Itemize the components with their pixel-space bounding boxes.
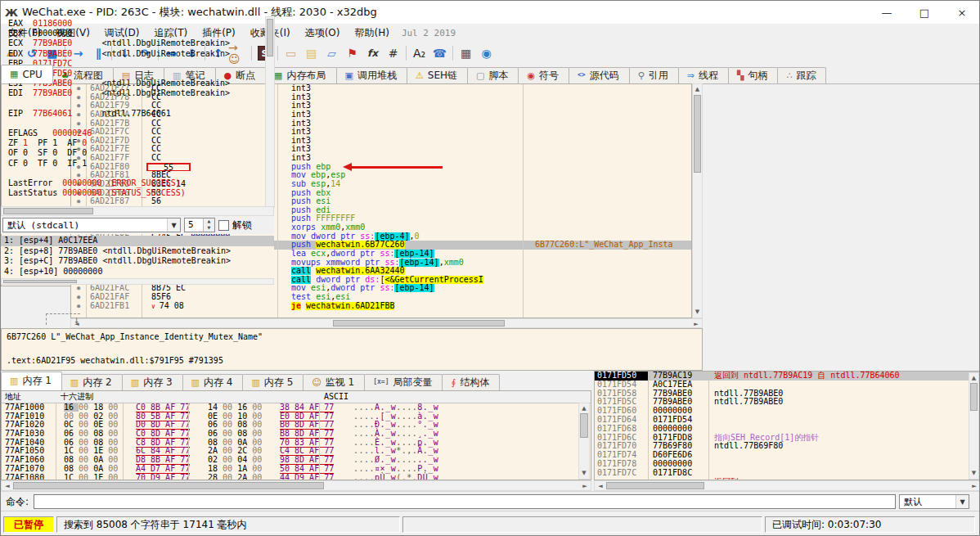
comment-button[interactable]: ▤ — [301, 43, 321, 63]
chevron-down-icon[interactable]: ▼ — [955, 495, 969, 508]
dump-hscrollbar[interactable]: ◄ ► — [1, 480, 591, 491]
disasm-hscrollbar[interactable]: ◄ ► — [70, 318, 703, 328]
register-row[interactable]: EBX 00000000 — [2, 29, 275, 38]
tab-调用堆栈[interactable]: ▣调用堆栈 — [336, 67, 407, 83]
argument-count-stepper[interactable]: 5 ▲▼ — [184, 218, 215, 232]
tab-引用[interactable]: ⚲引用 — [629, 67, 679, 83]
patches-hash-button[interactable]: # — [383, 43, 403, 63]
register-row[interactable]: ZF 1 PF 1 AF 0 — [2, 138, 275, 148]
menu-item-8[interactable]: 帮助(H) — [347, 25, 396, 42]
patch-button[interactable]: ▭ — [281, 43, 301, 63]
register-row[interactable]: CF 0 TF 0 IF 1 — [2, 159, 275, 169]
disasm-row[interactable]: ●6AD21FB1∨ 74 08je wechatwin.6AD21FBB — [71, 302, 691, 311]
argument-row[interactable]: 2: [esp+8] 77B9ABE0 <ntdll.DbgUiRemoteBr… — [1, 246, 274, 257]
scroll-up-icon[interactable]: ▲ — [969, 374, 978, 383]
menu-item-7[interactable]: 选项(O) — [298, 25, 348, 42]
register-row[interactable]: EDX 77B9ABE0 <ntdll.DbgUiRemoteBreakin> — [2, 49, 275, 59]
register-row[interactable]: EFLAGS 00000246 — [2, 128, 275, 138]
scroll-up-icon[interactable]: ▲ — [579, 404, 589, 413]
call-arguments-list[interactable]: 1: [esp+4] A0C17EEA2: [esp+8] 77B9ABE0 <… — [1, 236, 274, 278]
stack-row[interactable]: 0171FD6800000000 — [595, 425, 980, 434]
scroll-up-icon[interactable]: ▲ — [693, 85, 702, 94]
scroll-thumb[interactable] — [580, 413, 588, 438]
registers-hscrollbar[interactable] — [1, 206, 274, 216]
command-script-select[interactable]: 默认 ▼ — [899, 494, 969, 509]
chevron-down-icon[interactable]: ▼ — [167, 218, 180, 232]
register-rows[interactable]: EAX 01186000EBX 00000000ECX 77B9ABE0 <nt… — [2, 16, 275, 210]
scroll-thumb[interactable] — [606, 482, 704, 489]
scroll-down-icon[interactable]: ▼ — [579, 469, 589, 478]
tab-源代码[interactable]: <>源代码 — [569, 67, 630, 83]
tab-线程[interactable]: ⇒线程 — [678, 67, 729, 83]
disasm-row[interactable]: ●6AD21FAC8B75 ECmov esi,dword ptr ss:[eb… — [71, 284, 691, 293]
minimize-icon[interactable]: — — [868, 1, 906, 24]
scroll-down-icon[interactable]: ▼ — [693, 308, 702, 317]
command-input[interactable] — [34, 494, 896, 509]
spin-up-icon[interactable]: ▲ — [204, 218, 214, 225]
tab-监视 1[interactable]: ☺监视 1 — [303, 374, 365, 390]
scroll-right-icon[interactable]: ► — [691, 319, 701, 327]
register-row[interactable]: LastError 00000000 (ERROR_SUCCESS) — [2, 178, 275, 188]
scroll-thumb[interactable] — [3, 208, 93, 214]
label-button[interactable]: ▱ — [321, 43, 342, 63]
tab-内存 5[interactable]: ▥内存 5 — [242, 374, 303, 390]
tab-结构体[interactable]: ∮结构体 — [442, 374, 500, 390]
argument-row[interactable]: 4: [esp+10] 00000000 — [1, 267, 274, 277]
close-icon[interactable]: × — [943, 1, 980, 24]
dump-vscrollbar[interactable]: ▲ ▼ — [578, 403, 590, 480]
register-row[interactable] — [2, 169, 275, 178]
memory-dump-pane[interactable]: 地址 十六进制 ASCII 77AF100016 00 18 00C0 8B A… — [1, 390, 591, 480]
register-row[interactable] — [2, 99, 275, 109]
scroll-left-icon[interactable]: ◄ — [596, 481, 605, 490]
scroll-down-icon[interactable]: ▼ — [969, 469, 978, 478]
unlock-checkbox-group[interactable]: 解锁 — [218, 218, 252, 232]
register-row[interactable]: OF 0 SF 0 DF 0 — [2, 148, 275, 158]
tab-脚本[interactable]: ▢脚本 — [467, 67, 519, 83]
scroll-left-icon[interactable]: ◄ — [2, 481, 12, 490]
tab-SEH链[interactable]: ⚠SEH链 — [407, 67, 468, 83]
scroll-thumb[interactable] — [694, 95, 701, 173]
register-row[interactable]: EDI 77B9ABE0 <ntdll.DbgUiRemoteBreakin> — [2, 88, 275, 98]
register-row[interactable] — [2, 119, 275, 128]
register-row[interactable]: LastStatus 00000000 (STATUS_SUCCESS) — [2, 188, 275, 198]
debuggee-notes-button[interactable]: ☎ — [429, 43, 450, 63]
strings-button[interactable]: A₂ — [409, 43, 429, 63]
calculator-button[interactable]: ▦ — [456, 43, 476, 63]
scroll-thumb[interactable] — [333, 320, 505, 327]
unlock-checkbox[interactable] — [218, 220, 229, 231]
scroll-thumb[interactable] — [13, 482, 324, 489]
tab-内存 3[interactable]: ▥内存 3 — [122, 374, 183, 390]
tab-局部变量[interactable]: [x=]局部变量 — [364, 374, 443, 390]
argument-row[interactable]: 3: [esp+C] 77B9ABE0 <ntdll.DbgUiRemoteBr… — [1, 256, 274, 267]
tab-句柄[interactable]: ▚句柄 — [728, 67, 778, 83]
stack-vscrollbar[interactable]: ▲ ▼ — [969, 372, 979, 480]
tab-跟踪[interactable]: ∴跟踪 — [777, 67, 826, 83]
tab-内存 2[interactable]: ▥内存 2 — [61, 374, 123, 390]
scroll-thumb[interactable] — [267, 19, 273, 56]
argument-row[interactable]: 1: [esp+4] A0C17EEA — [1, 236, 274, 246]
calling-convention-select[interactable]: 默认 (stdcall) ▼ — [2, 218, 181, 232]
scroll-thumb[interactable] — [970, 383, 978, 411]
stack-row[interactable]: 0171FD7C0171FD8C — [595, 469, 980, 478]
arguments-hscrollbar[interactable] — [1, 278, 274, 285]
register-row[interactable]: ECX 77B9ABE0 <ntdll.DbgUiRemoteBreakin> — [2, 38, 275, 48]
tab-内存布局[interactable]: ▦内存布局 — [265, 67, 336, 83]
scroll-right-icon[interactable]: ► — [580, 481, 590, 490]
registers-vscrollbar[interactable] — [265, 16, 275, 208]
register-row[interactable]: EIP 77B64061 ntdll.77B64061 — [2, 109, 275, 119]
tab-CPU[interactable]: ▦CPU — [1, 65, 53, 83]
dump-row[interactable]: 77AF10801C 00 1E 0070 D9 AF 7728 00 2A 0… — [2, 474, 591, 481]
disasm-vscrollbar[interactable]: ▲ ▼ — [692, 83, 703, 318]
function-button[interactable]: fx — [362, 43, 383, 63]
spin-down-icon[interactable]: ▼ — [204, 225, 214, 232]
stack-pane[interactable]: 0171FD5077B9AC19返回到 ntdll.77B9AC19 自 ntd… — [594, 371, 980, 480]
scroll-right-icon[interactable]: ► — [969, 481, 979, 490]
maximize-icon[interactable]: □ — [906, 1, 943, 24]
disasm-row[interactable]: ●6AD21FAF85F6test esi,esi — [71, 293, 691, 302]
scroll-thumb[interactable] — [3, 280, 77, 283]
register-row[interactable]: EAX 01186000 — [2, 19, 275, 29]
tab-内存 4[interactable]: ▥内存 4 — [182, 374, 244, 390]
stack-row[interactable]: 0171FD54A0C17EEA — [595, 381, 980, 390]
tab-符号[interactable]: ◉符号 — [518, 67, 569, 83]
tab-内存 1[interactable]: ▥内存 1 — [1, 372, 62, 390]
